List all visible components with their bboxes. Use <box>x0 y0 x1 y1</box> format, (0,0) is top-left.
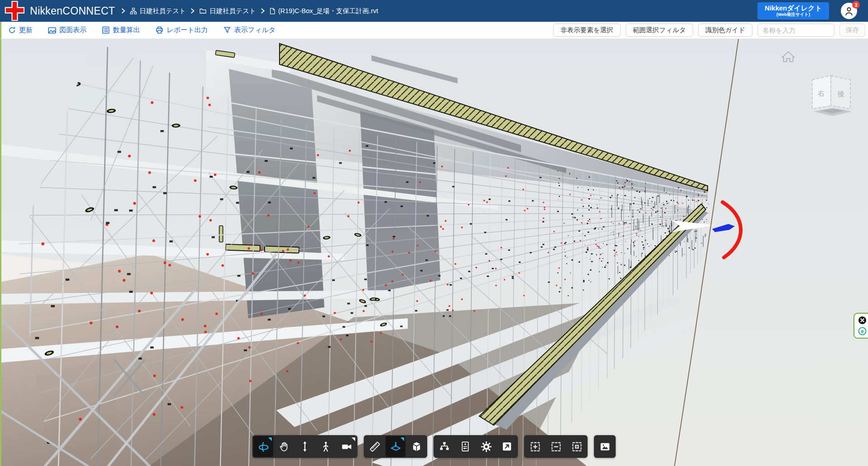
hand-icon <box>278 441 290 452</box>
model-viewport: 右 後 e <box>0 39 868 466</box>
view-name-input[interactable] <box>757 24 834 37</box>
nikken-logo-icon[interactable] <box>5 1 24 21</box>
fullscreen-tool[interactable] <box>497 436 517 457</box>
left-edge-highlight <box>0 39 1 466</box>
report-export-icon <box>155 26 164 34</box>
selection-fit-tool[interactable] <box>567 436 587 457</box>
id-color-guide-button[interactable]: 識別色ガイド <box>698 24 752 37</box>
drawing-view-icon <box>48 27 56 34</box>
close-icon[interactable] <box>858 316 867 325</box>
selection-fit-icon <box>571 441 583 453</box>
flyout-indicator <box>352 437 355 441</box>
image-icon <box>599 441 611 453</box>
walk-person-icon <box>320 441 332 452</box>
orbit-tool[interactable] <box>253 436 273 457</box>
range-selection-filter-button[interactable]: 範囲選択フィルタ <box>626 24 693 37</box>
selection-zoom-group <box>524 435 588 458</box>
hierarchy-icon <box>439 441 450 452</box>
hierarchy-tool[interactable] <box>434 436 454 457</box>
navigation-tool-group <box>252 435 357 458</box>
camera-tool[interactable] <box>337 436 357 457</box>
breadcrumb-label: 日建社員テスト <box>140 7 186 15</box>
drawing-view-action[interactable]: 図面表示 <box>48 26 87 34</box>
refresh-icon <box>8 26 16 34</box>
ruler-icon <box>369 441 381 453</box>
selection-zoom-out-tool[interactable] <box>546 436 566 457</box>
flyout-indicator <box>400 437 404 441</box>
refresh-action[interactable]: 更新 <box>8 26 33 34</box>
breadcrumb-label: (R19)C-Box_足場・支保工計画.rvt <box>278 7 378 15</box>
breadcrumb-folder[interactable]: 日建社員テスト <box>199 7 256 15</box>
walk-tool[interactable] <box>316 436 336 457</box>
quantity-calc-action[interactable]: 数量算出 <box>102 26 140 34</box>
chevron-right-icon <box>190 8 195 14</box>
pan-tool[interactable] <box>274 436 294 457</box>
bottom-toolbar <box>252 435 616 458</box>
org-icon <box>130 8 137 15</box>
selection-zoom-out-icon <box>550 441 562 453</box>
select-hidden-elements-button[interactable]: 非表示要素を選択 <box>553 24 620 37</box>
view-cube-label-right: 右 <box>818 89 825 97</box>
breadcrumb: 日建社員テスト 日建社員テスト (R19)C-Box_足場・支保工計画.rvt <box>120 7 378 15</box>
selection-zoom-in-icon <box>529 441 541 453</box>
app-title: NikkenCONNECT <box>30 5 115 17</box>
snapshot-tool[interactable] <box>595 436 615 457</box>
model-canvas[interactable]: 右 後 <box>0 39 868 466</box>
panel-tool-group <box>434 435 518 458</box>
breadcrumb-label: 日建社員テスト <box>209 7 256 15</box>
folder-icon <box>199 8 207 14</box>
properties-panel-tool[interactable] <box>455 436 475 457</box>
snapshot-group <box>594 435 616 458</box>
fullscreen-arrow-icon <box>501 441 513 452</box>
zoom-tool[interactable] <box>295 436 315 457</box>
breadcrumb-project[interactable]: 日建社員テスト <box>130 7 186 15</box>
section-plane-icon <box>390 441 402 453</box>
display-filter-icon <box>223 26 231 34</box>
selection-zoom-in-tool[interactable] <box>525 436 545 457</box>
report-export-action[interactable]: レポート出力 <box>155 26 208 34</box>
notification-badge[interactable]: 3 <box>852 1 860 9</box>
action-bar: 更新 図面表示 数量算出 レポート出力 表示フィルタ 非表示要素を選択 範囲選択… <box>0 22 868 39</box>
file-icon <box>270 8 275 15</box>
measure-tool[interactable] <box>365 436 385 457</box>
flyout-indicator <box>268 437 272 441</box>
svg-text:e: e <box>861 328 864 335</box>
view-cube-label-back: 後 <box>838 90 844 97</box>
app-header: NikkenCONNECT 日建社員テスト 日建社員テスト (R19)C-Box… <box>0 0 868 22</box>
panel-icon <box>459 441 471 452</box>
analysis-tool-group <box>364 435 427 458</box>
orbit-icon <box>257 441 270 453</box>
display-filter-action[interactable]: 表示フィルタ <box>223 26 275 34</box>
section-tool[interactable] <box>386 436 405 457</box>
chevron-right-icon <box>260 8 265 14</box>
quantity-calc-icon <box>102 26 110 34</box>
model-box-tool[interactable] <box>406 436 426 457</box>
save-button[interactable]: 保存 <box>839 24 865 37</box>
cube-icon <box>410 441 423 453</box>
nikken-direct-button[interactable]: Nikkenダイレクト (Web発注サイト) <box>757 2 829 19</box>
gear-icon <box>480 441 492 453</box>
settings-tool[interactable] <box>476 436 496 457</box>
e-badge-icon[interactable]: e <box>858 327 867 335</box>
camera-icon <box>341 441 353 453</box>
extension-widget[interactable]: e <box>854 313 868 339</box>
breadcrumb-file[interactable]: (R19)C-Box_足場・支保工計画.rvt <box>270 7 378 15</box>
chevron-right-icon <box>121 8 126 14</box>
vertical-arrows-icon <box>299 441 311 452</box>
